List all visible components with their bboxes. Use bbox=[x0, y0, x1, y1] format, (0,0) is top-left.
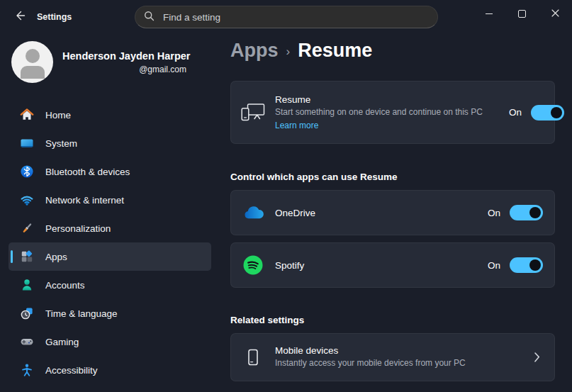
sidebar-item-label: System bbox=[45, 138, 77, 149]
brush-icon bbox=[20, 221, 34, 235]
sidebar-item-home[interactable]: Home bbox=[9, 101, 211, 129]
clock-language-icon bbox=[20, 306, 34, 320]
sidebar-item-label: Apps bbox=[45, 252, 67, 262]
related-settings-header: Related settings bbox=[230, 315, 304, 325]
app-name: OneDrive bbox=[275, 208, 315, 218]
mobile-devices-title: Mobile devices bbox=[275, 345, 509, 356]
maximize-button[interactable] bbox=[505, 0, 539, 27]
app-name: Spotify bbox=[275, 260, 304, 271]
sidebar-item-label: Gaming bbox=[45, 337, 79, 347]
sidebar-item-time-language[interactable]: Time & language bbox=[9, 299, 211, 327]
search-input[interactable] bbox=[162, 11, 429, 23]
user-profile: Henderson Jayden Harper @gmail.com bbox=[11, 41, 210, 84]
mobile-devices-description: Instantly access your mobile devices fro… bbox=[275, 357, 509, 369]
back-button[interactable] bbox=[9, 6, 33, 28]
minimize-icon bbox=[486, 13, 493, 14]
sidebar-item-network[interactable]: Network & internet bbox=[9, 186, 211, 214]
search-box[interactable] bbox=[135, 6, 438, 28]
resume-title: Resume bbox=[275, 94, 509, 105]
resume-setting-card: Resume Start something on one device and… bbox=[230, 81, 555, 144]
onedrive-icon bbox=[231, 206, 275, 220]
onedrive-toggle[interactable] bbox=[510, 205, 543, 220]
home-icon bbox=[20, 108, 34, 122]
mobile-phone-icon bbox=[231, 348, 275, 366]
window-controls bbox=[472, 0, 572, 27]
resume-toggle-state: On bbox=[509, 107, 522, 118]
sidebar-item-label: Accessibility bbox=[45, 365, 98, 376]
spotify-toggle-state: On bbox=[488, 260, 500, 271]
sidebar-item-bluetooth[interactable]: Bluetooth & devices bbox=[9, 157, 211, 186]
sidebar-item-system[interactable]: System bbox=[9, 129, 211, 157]
minimize-button[interactable] bbox=[472, 0, 505, 27]
mobile-devices-card[interactable]: Mobile devices Instantly access your mob… bbox=[230, 333, 555, 381]
avatar bbox=[11, 41, 53, 83]
sidebar-nav: Home System Bluetooth & devices Network … bbox=[9, 101, 211, 384]
sidebar-item-gaming[interactable]: Gaming bbox=[9, 327, 211, 356]
sidebar-item-label: Home bbox=[45, 110, 71, 121]
onedrive-row: OneDrive On bbox=[230, 190, 555, 235]
back-arrow-icon bbox=[15, 10, 26, 24]
settings-window: Settings Henderson Jayden Harper @gmail.… bbox=[0, 0, 572, 392]
search-icon bbox=[144, 11, 162, 24]
chevron-right-icon bbox=[534, 352, 554, 362]
pc-phone-icon bbox=[231, 103, 275, 122]
selected-indicator bbox=[11, 250, 13, 263]
spotify-toggle[interactable] bbox=[510, 257, 543, 273]
bluetooth-icon bbox=[20, 164, 34, 179]
apps-section-header: Control which apps can use Resume bbox=[230, 172, 398, 182]
app-title: Settings bbox=[37, 0, 72, 34]
page-title: Resume bbox=[298, 40, 372, 62]
gamepad-icon bbox=[20, 335, 34, 349]
apps-icon bbox=[20, 250, 34, 264]
sidebar-item-label: Time & language bbox=[45, 308, 118, 319]
close-icon bbox=[551, 7, 559, 20]
accounts-icon bbox=[20, 278, 34, 292]
sidebar-item-label: Network & internet bbox=[45, 195, 124, 206]
resume-description: Start something on one device and contin… bbox=[275, 106, 509, 118]
profile-email: @gmail.com bbox=[62, 65, 186, 74]
sidebar-item-label: Bluetooth & devices bbox=[45, 167, 130, 177]
learn-more-link[interactable]: Learn more bbox=[275, 121, 318, 130]
sidebar-item-personalization[interactable]: Personalization bbox=[9, 214, 211, 242]
sidebar-item-apps[interactable]: Apps bbox=[9, 242, 211, 271]
onedrive-toggle-state: On bbox=[488, 208, 500, 218]
resume-toggle[interactable] bbox=[531, 105, 564, 121]
sidebar-item-accounts[interactable]: Accounts bbox=[9, 271, 211, 299]
spotify-icon bbox=[231, 254, 275, 276]
sidebar-item-label: Accounts bbox=[45, 280, 85, 291]
close-button[interactable] bbox=[539, 0, 572, 27]
maximize-icon bbox=[518, 10, 526, 18]
breadcrumb-parent[interactable]: Apps bbox=[230, 40, 279, 62]
spotify-row: Spotify On bbox=[230, 242, 555, 288]
chevron-right-icon: › bbox=[286, 45, 291, 59]
titlebar: Settings bbox=[0, 0, 572, 34]
profile-name: Henderson Jayden Harper bbox=[62, 50, 186, 62]
system-icon bbox=[20, 136, 34, 150]
sidebar-item-label: Personalization bbox=[45, 223, 111, 234]
breadcrumb: Apps › Resume bbox=[230, 40, 372, 62]
wifi-icon bbox=[20, 193, 34, 207]
sidebar-item-accessibility[interactable]: Accessibility bbox=[9, 356, 211, 384]
accessibility-icon bbox=[20, 363, 34, 377]
